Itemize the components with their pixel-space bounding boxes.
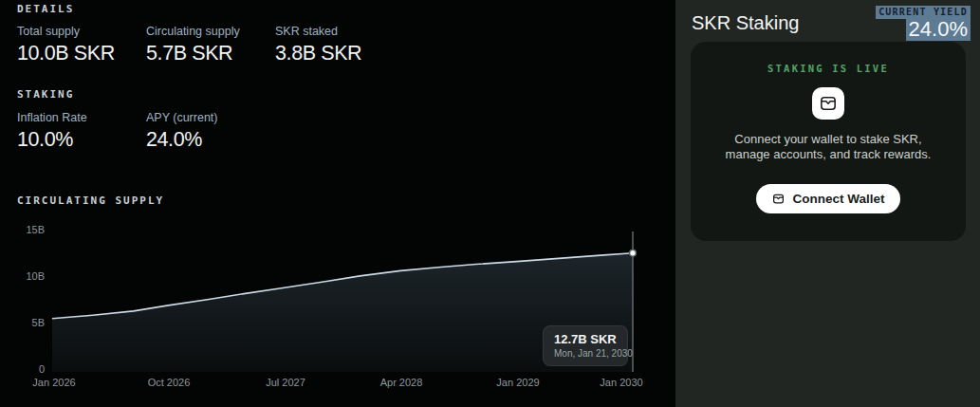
- tooltip-date: Mon, Jan 21, 2030: [554, 348, 617, 360]
- chart-tooltip: 12.7B SKR Mon, Jan 21, 2030: [543, 325, 628, 366]
- connect-wallet-label: Connect Wallet: [792, 192, 884, 206]
- details-section: DETAILS Total supply 10.0B SKR Circulati…: [0, 0, 675, 407]
- connect-wallet-card: STAKING IS LIVE Connect your wallet to s…: [691, 42, 966, 241]
- wallet-button-icon: [771, 192, 786, 206]
- y-axis-tick: 0: [0, 363, 45, 375]
- skr-staking-panel: SKR Staking CURRENT YIELD 24.0% STAKING …: [675, 0, 980, 407]
- x-axis-tick: Jan 2026: [32, 377, 75, 388]
- x-axis-tick: Jul 2027: [266, 377, 305, 388]
- y-axis-tick: 10B: [0, 270, 45, 282]
- connect-wallet-description: Connect your wallet to stake SKR, manage…: [716, 132, 940, 162]
- connect-wallet-button[interactable]: Connect Wallet: [756, 184, 899, 213]
- current-yield-block: CURRENT YIELD 24.0%: [876, 2, 971, 41]
- y-axis-tick: 15B: [0, 224, 45, 235]
- y-axis-tick: 5B: [0, 317, 45, 328]
- tooltip-value: 12.7B SKR: [554, 332, 617, 346]
- panel-title: SKR Staking: [692, 12, 799, 34]
- staking-live-status: STAKING IS LIVE: [767, 63, 889, 74]
- staking-dashboard: DETAILS Total supply 10.0B SKR Circulati…: [0, 0, 980, 407]
- x-axis-tick: Jan 2030: [600, 377, 642, 388]
- current-yield-value: 24.0%: [906, 19, 971, 41]
- wallet-icon: [812, 87, 844, 120]
- x-axis-tick: Oct 2026: [148, 377, 191, 388]
- x-axis-tick: Apr 2028: [380, 377, 423, 388]
- crosshair-dot: [630, 250, 637, 256]
- x-axis-tick: Jan 2029: [496, 377, 539, 388]
- circulating-supply-chart[interactable]: 15B 10B 5B 0 Jan 2026 Oct 2026 Jul 2027 …: [0, 0, 675, 407]
